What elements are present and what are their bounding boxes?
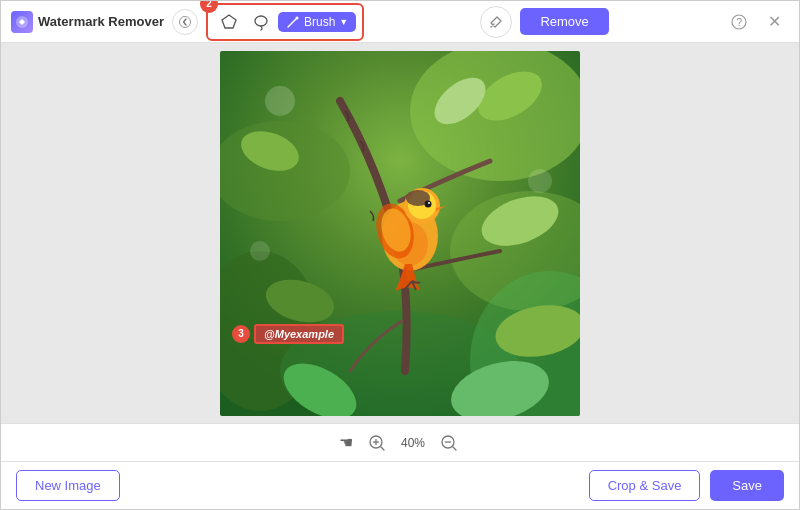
- brush-tool-button[interactable]: Brush ▼: [278, 12, 356, 32]
- footer-right: Crop & Save Save: [589, 470, 784, 501]
- svg-point-22: [428, 202, 430, 204]
- app-title: Watermark Remover: [38, 14, 164, 29]
- new-image-button[interactable]: New Image: [16, 470, 120, 501]
- svg-point-33: [250, 241, 270, 261]
- hand-tool-icon[interactable]: ☚: [339, 433, 353, 452]
- save-button[interactable]: Save: [710, 470, 784, 501]
- watermark-text[interactable]: @Myexample: [254, 324, 344, 344]
- svg-point-4: [295, 16, 298, 19]
- brush-chevron-icon: ▼: [339, 17, 348, 27]
- svg-line-40: [453, 447, 456, 450]
- bird-image[interactable]: [220, 51, 580, 416]
- tools-toolbar: 2 Brush ▼: [206, 3, 364, 41]
- titlebar-left: Watermark Remover 2: [11, 3, 364, 41]
- remove-button[interactable]: Remove: [520, 8, 608, 35]
- svg-point-32: [528, 169, 552, 193]
- app-logo: Watermark Remover: [11, 11, 164, 33]
- svg-text:?: ?: [736, 17, 742, 28]
- logo-icon: [11, 11, 33, 33]
- image-container: 3 @Myexample: [220, 51, 580, 416]
- help-button[interactable]: ?: [725, 8, 753, 36]
- zoom-out-button[interactable]: [437, 431, 461, 455]
- polygon-tool-button[interactable]: [214, 8, 244, 36]
- titlebar-right: ? ✕: [725, 8, 789, 36]
- titlebar: Watermark Remover 2: [1, 1, 799, 43]
- crop-save-button[interactable]: Crop & Save: [589, 470, 701, 501]
- svg-point-3: [255, 16, 267, 26]
- svg-point-31: [265, 86, 295, 116]
- titlebar-center: Remove: [480, 6, 608, 38]
- svg-line-37: [381, 447, 384, 450]
- step3-badge: 3: [232, 325, 250, 343]
- lasso-tool-button[interactable]: [246, 8, 276, 36]
- bird-scene-svg: [220, 51, 580, 416]
- brush-label: Brush: [304, 15, 335, 29]
- svg-point-21: [425, 200, 432, 207]
- erase-button[interactable]: [480, 6, 512, 38]
- footer: New Image Crop & Save Save: [1, 461, 799, 509]
- zoom-bar: ☚ 40%: [1, 423, 799, 461]
- back-button[interactable]: [172, 9, 198, 35]
- zoom-level: 40%: [401, 436, 425, 450]
- zoom-in-button[interactable]: [365, 431, 389, 455]
- svg-point-1: [179, 16, 190, 27]
- close-button[interactable]: ✕: [761, 8, 789, 36]
- svg-marker-2: [222, 15, 236, 28]
- watermark-overlay: 3 @Myexample: [232, 324, 344, 344]
- main-canvas-area: 3 @Myexample: [1, 43, 799, 423]
